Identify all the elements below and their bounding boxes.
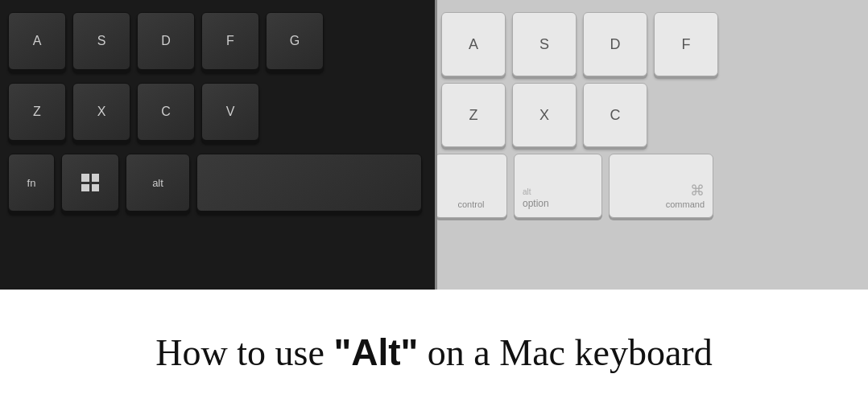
page-title: How to use "Alt" on a Mac keyboard — [155, 331, 712, 374]
text-section: How to use "Alt" on a Mac keyboard — [0, 290, 868, 415]
windows-icon — [81, 174, 99, 191]
dark-key-alt: alt — [126, 154, 190, 212]
light-key-d: D — [583, 12, 647, 76]
title-prefix: How to use — [155, 332, 333, 373]
title-suffix: on a Mac keyboard — [418, 332, 712, 373]
light-key-z: Z — [441, 83, 506, 147]
dark-key-c: C — [137, 83, 195, 141]
option-alt-label: alt — [523, 187, 531, 196]
dark-key-z: Z — [8, 83, 66, 141]
option-label: option — [523, 198, 549, 209]
light-key-a: A — [441, 12, 506, 76]
light-key-s: S — [512, 12, 577, 76]
light-row2: Z X C — [441, 83, 647, 147]
light-row1: A S D F — [441, 12, 718, 76]
light-key-control: control — [435, 154, 507, 218]
dark-row1: A S D F G — [8, 12, 324, 70]
dark-key-v: V — [201, 83, 259, 141]
keyboard-divider — [435, 0, 437, 290]
dark-key-x: X — [72, 83, 130, 141]
light-key-x: X — [512, 83, 577, 147]
main-container: A S D F G Z X C V fn al — [0, 0, 868, 415]
dark-key-space — [196, 154, 422, 212]
dark-key-a: A — [8, 12, 66, 70]
title-bold: "Alt" — [333, 331, 418, 373]
control-label: control — [457, 199, 484, 209]
light-key-command: ⌘ command — [609, 154, 713, 218]
light-row3: control alt option ⌘ command — [435, 154, 713, 218]
light-keyboard: A S D F Z X C control alt option — [435, 0, 868, 290]
light-key-option: alt option — [514, 154, 602, 218]
dark-key-s: S — [72, 12, 130, 70]
dark-key-g: G — [266, 12, 324, 70]
command-symbol: ⌘ — [690, 183, 705, 198]
keyboard-section: A S D F G Z X C V fn al — [0, 0, 868, 290]
dark-key-fn: fn — [8, 154, 55, 212]
dark-keyboard: A S D F G Z X C V fn al — [0, 0, 435, 290]
dark-row3: fn alt — [8, 154, 422, 212]
light-key-f: F — [654, 12, 718, 76]
light-key-c: C — [583, 83, 647, 147]
dark-row2: Z X C V — [8, 83, 259, 141]
command-label: command — [666, 199, 705, 209]
dark-key-f: F — [201, 12, 259, 70]
dark-key-win — [61, 154, 119, 212]
dark-key-d: D — [137, 12, 195, 70]
